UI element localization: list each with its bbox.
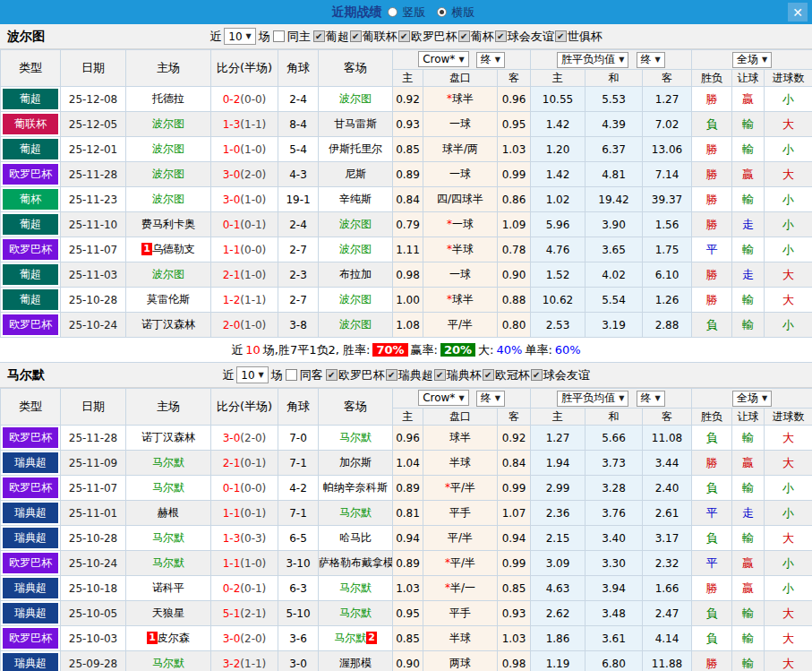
league-checkbox[interactable] <box>398 30 410 42</box>
match-row: 瑞典超25-10-05天狼星5-1(2-1)5-10马尔默0.95平手0.932… <box>1 601 812 626</box>
horizontal-layout-radio[interactable] <box>437 7 447 17</box>
away-team-name: 马尔默 <box>339 581 372 594</box>
match-row: 瑞典超25-11-01赫根1-1(0-1)7-1马尔默0.81平手1.072.3… <box>1 501 812 526</box>
euro-away-odds: 1.66 <box>643 576 692 601</box>
asia-final-select[interactable]: 终 <box>476 391 505 407</box>
league-type-cell: 葡杯 <box>1 187 61 212</box>
league-checkbox[interactable] <box>531 369 543 381</box>
team-section: 波尔图 近 10 场 同主 葡超葡联杯欧罗巴杯葡杯球会友谊世俱杯 类型 <box>0 24 812 363</box>
asia-handicap: *半/一 <box>423 576 498 601</box>
league-checkbox[interactable] <box>555 30 567 42</box>
scope-select[interactable]: 全场 <box>732 52 772 68</box>
league-checkbox[interactable] <box>326 369 338 381</box>
vertical-layout-radio[interactable] <box>388 7 397 17</box>
result-text: 勝 <box>706 92 718 106</box>
league-checkbox[interactable] <box>313 30 325 42</box>
league-checkbox[interactable] <box>350 30 362 42</box>
result-text: 勝 <box>706 293 718 306</box>
euro-mean-select[interactable]: 胜平负均值 <box>557 52 628 68</box>
result-text: 負 <box>706 606 718 620</box>
score-cell: 1-3(0-3) <box>211 526 278 551</box>
home-team-cell: 波尔图 <box>126 137 211 162</box>
match-row: 欧罗巴杯25-11-071乌德勒支1-1(0-0)2-7波尔图1.11*半球0.… <box>1 237 812 262</box>
fulltime-score: 3-0 <box>223 194 241 206</box>
euro-draw-odds: 3.76 <box>585 501 643 526</box>
col-header-euro-home: 主 <box>531 70 585 87</box>
result-text: 贏 <box>742 168 754 181</box>
result-wdl: 勝 <box>692 576 732 601</box>
asia-handicap: 一球 <box>423 162 498 187</box>
asia-home-odds: 0.85 <box>393 626 423 651</box>
away-team-cell: 马尔默 <box>319 601 393 626</box>
asia-handicap: *平/半 <box>423 551 498 576</box>
corners-cell: 6-3 <box>278 576 319 601</box>
match-count-select[interactable]: 10 <box>224 28 255 45</box>
euro-away-odds: 2.88 <box>643 313 692 338</box>
col-header-score: 比分(半场) <box>211 389 278 426</box>
league-checkbox[interactable] <box>458 30 470 42</box>
home-team-cell: 天狼星 <box>126 601 211 626</box>
match-count-select[interactable]: 10 <box>236 366 268 383</box>
match-date: 25-11-28 <box>61 426 126 451</box>
asia-home-odds: 0.95 <box>393 601 423 626</box>
scope-select[interactable]: 全场 <box>732 391 772 407</box>
asia-final-select[interactable]: 终 <box>476 52 505 68</box>
euro-final-select[interactable]: 终 <box>637 391 665 407</box>
home-team-name: 马尔默 <box>152 481 184 494</box>
col-header-away: 客场 <box>319 50 393 87</box>
match-date: 25-11-01 <box>61 501 126 526</box>
result-text: 勝 <box>706 142 718 156</box>
away-team-cell: 尼斯 <box>319 162 393 187</box>
bookmaker-select[interactable]: Crow* <box>418 390 468 406</box>
euro-away-odds: 13.06 <box>643 137 692 162</box>
summary-count: 10 <box>245 343 261 357</box>
home-team-cell: 费马利卡奥 <box>126 212 211 237</box>
league-checkbox-label: 球会友谊 <box>543 367 590 383</box>
asia-away-odds: 0.95 <box>498 112 531 137</box>
home-team-name: 马尔默 <box>152 531 184 544</box>
league-checkbox[interactable] <box>386 369 397 381</box>
score-cell: 1-3(1-1) <box>211 112 278 137</box>
euro-final-select[interactable]: 终 <box>637 52 665 68</box>
scope-controls: 全场 <box>692 389 812 409</box>
bookmaker-select[interactable]: Crow* <box>418 51 468 67</box>
result-text: 勝 <box>706 581 718 595</box>
euro-final-select-value: 终 <box>641 52 652 67</box>
result-text: 贏 <box>742 456 754 469</box>
col-header-date: 日期 <box>61 389 126 426</box>
result-handicap: 輸 <box>732 526 765 551</box>
match-row: 欧罗巴杯25-10-24马尔默1-1(1-0)3-10萨格勒布戴拿模0.89*平… <box>1 551 812 576</box>
home-team-cell: 1乌德勒支 <box>126 237 211 262</box>
euro-mean-select[interactable]: 胜平负均值 <box>557 391 628 407</box>
fulltime-score: 0-1 <box>223 219 241 231</box>
same-venue-checkbox[interactable] <box>273 30 285 42</box>
result-wdl: 負 <box>692 426 732 451</box>
col-header-asia-away: 客 <box>498 409 531 426</box>
team-section: 马尔默 近 10 场 同客 欧罗巴杯瑞典超瑞典杯欧冠杯球会友谊 类型 <box>0 363 812 671</box>
result-handicap: 走 <box>732 212 765 237</box>
handicap-text: 球半 <box>452 92 474 105</box>
home-team-name: 波尔图 <box>152 117 184 130</box>
same-venue-checkbox[interactable] <box>286 369 297 381</box>
col-header-corner: 角球 <box>278 50 319 87</box>
single-rate-label: 单率: <box>525 342 551 358</box>
league-checkbox-label: 葡超 <box>326 29 349 45</box>
league-checkbox[interactable] <box>434 369 446 381</box>
bookmaker-select-value: Crow* <box>423 53 455 65</box>
score-cell: 3-2(1-1) <box>211 651 278 671</box>
euro-draw-odds: 3.73 <box>585 451 643 476</box>
league-checkbox[interactable] <box>495 30 507 42</box>
league-checkbox[interactable] <box>483 369 494 381</box>
away-team-cell: 马尔默2 <box>319 626 393 651</box>
result-handicap: 輸 <box>732 313 765 338</box>
league-badge: 欧罗巴杯 <box>3 628 58 649</box>
match-row: 瑞典超25-10-28马尔默1-3(0-3)6-5哈马比0.94平/半0.942… <box>1 526 812 551</box>
result-text: 輸 <box>742 293 754 306</box>
result-goals: 大 <box>765 426 812 451</box>
close-icon[interactable]: ✕ <box>788 3 808 22</box>
league-type-cell: 瑞典超 <box>1 526 61 551</box>
score-cell: 1-1(0-0) <box>211 237 278 262</box>
league-checkbox-label: 瑞典超 <box>398 367 433 383</box>
result-handicap: 輸 <box>732 651 765 671</box>
league-badge: 欧罗巴杯 <box>3 427 58 448</box>
